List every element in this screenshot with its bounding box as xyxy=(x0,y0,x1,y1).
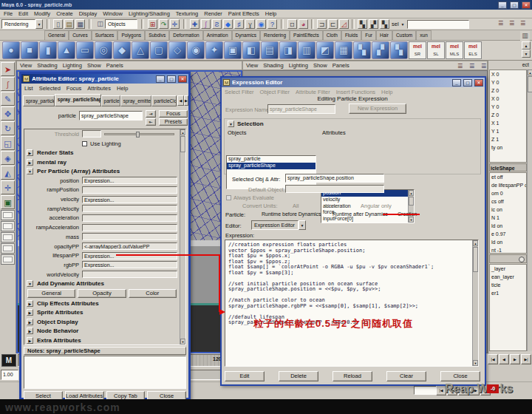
slider-handle[interactable] xyxy=(136,132,140,138)
shelf-tab-painteffects[interactable]: PaintEffects xyxy=(290,30,323,40)
opacity-button[interactable]: Opacity xyxy=(78,289,126,298)
channel-row[interactable]: Z 0 xyxy=(490,111,526,119)
minimize-button[interactable]: _ xyxy=(156,75,165,83)
ae-tab-spray-emitter[interactable]: spray_emitter xyxy=(120,95,151,106)
panel-menu-lighting[interactable]: Lighting xyxy=(289,62,308,69)
scroll-down-icon[interactable]: ▼ xyxy=(473,360,478,366)
attr-field-mass[interactable] xyxy=(82,233,177,240)
attr-field-position[interactable]: Expression... xyxy=(82,177,177,184)
step-in-icon[interactable]: ⊐ xyxy=(317,19,327,29)
ae-menu-focus[interactable]: Focus xyxy=(66,85,81,92)
wand-icon[interactable]: ɣ xyxy=(245,19,255,29)
lasso-tool-icon[interactable]: ʃ xyxy=(1,77,15,91)
shelf-tab-deformation[interactable]: Deformation xyxy=(169,30,202,40)
channel-row[interactable]: e 0.97 xyxy=(490,230,526,238)
expression-textarea[interactable]: //creation expression floats particlesve… xyxy=(225,240,479,367)
shelf-tab-animation[interactable]: Animation xyxy=(203,30,232,40)
object-item-spray-particle[interactable]: spray_particle xyxy=(227,156,316,163)
attr-field-acceleration[interactable] xyxy=(82,214,177,222)
shelf-tab-custom[interactable]: Custom xyxy=(392,30,416,40)
channel-row[interactable]: ic on xyxy=(490,206,526,214)
shelf-tab-subdivs[interactable]: Subdivs xyxy=(145,30,169,40)
panel-menu-view[interactable]: View xyxy=(246,62,258,69)
shelf-tab-fur[interactable]: Fur xyxy=(361,30,376,40)
app-close-button[interactable]: ✕ xyxy=(522,1,531,9)
grid-display-icon[interactable]: ♯ xyxy=(234,19,244,29)
construction-history-icon[interactable]: ✚ xyxy=(190,19,200,29)
attribute-item-inputforce-1[interactable]: inputForce[1] xyxy=(321,223,408,223)
menu-window[interactable]: Window xyxy=(103,10,123,17)
trash-icon[interactable]: ▥ xyxy=(520,31,530,41)
layer-item[interactable]: er1 xyxy=(490,289,526,297)
expand-arrow-icon[interactable]: ▶ xyxy=(27,149,33,156)
section-render-stats[interactable]: ▶Render Stats xyxy=(24,148,185,157)
section-mental-ray[interactable]: ▶mental ray xyxy=(24,157,185,167)
select-tool-icon[interactable]: ➤ xyxy=(1,62,15,76)
expression-editor-titlebar[interactable]: M Expression Editor _ ▢ ✕ xyxy=(222,78,485,87)
shelf-tab-xun[interactable]: xun xyxy=(416,30,431,40)
rotate-tool-icon[interactable]: ↻ xyxy=(1,121,15,135)
app-maximize-button[interactable]: ▢ xyxy=(510,1,519,9)
color-button[interactable]: Color xyxy=(129,289,177,298)
shelf-mel-els[interactable]: melELS xyxy=(464,41,482,59)
scrollbar-thumb[interactable] xyxy=(180,136,185,152)
minimize-button[interactable]: _ xyxy=(452,79,461,86)
globe-icon[interactable]: ◉ xyxy=(256,19,266,29)
menu-paint-effects[interactable]: Paint Effects xyxy=(228,10,259,17)
section-sprite-attributes[interactable]: ▶Sprite Attributes xyxy=(24,308,185,317)
current-tool-icon[interactable]: ▣ xyxy=(1,195,15,209)
shelf-tab-general[interactable]: General xyxy=(44,30,69,40)
help-icon[interactable]: ? xyxy=(267,19,277,29)
ee-menu-attribute-filter[interactable]: Attribute Filter xyxy=(296,89,330,95)
scrollbar-thumb[interactable] xyxy=(409,197,414,206)
menu-render[interactable]: Render xyxy=(204,10,222,17)
collapse-arrow-icon[interactable]: ▼ xyxy=(27,168,33,174)
channel-row[interactable]: de lifespanPP o xyxy=(490,181,526,189)
close-button[interactable]: ✕ xyxy=(474,79,483,86)
list-toggle-icon[interactable]: ☰ xyxy=(455,62,465,72)
expression-scrollbar[interactable]: ▲ ▼ xyxy=(472,240,478,366)
shelf-tab-dynamics[interactable]: Dynamics xyxy=(232,30,261,40)
show-tool-settings-toggle[interactable]: ☰ xyxy=(507,19,516,29)
scroll-down-icon[interactable]: ▼ xyxy=(409,217,414,223)
reload-button[interactable]: Reload xyxy=(332,371,372,381)
selected-obj-attr-field[interactable]: spray_particleShape.position xyxy=(285,174,384,183)
layer-item[interactable]: _layer xyxy=(490,265,526,273)
shelf-mel-sr[interactable]: melSR xyxy=(409,41,426,59)
arrow-in-button[interactable]: ⇥ xyxy=(146,110,156,118)
show-manipulator-icon[interactable]: ✛ xyxy=(1,180,15,194)
menu-lighting-shading[interactable]: Lighting/Shading xyxy=(129,10,170,17)
expand-arrow-icon[interactable]: ▶ xyxy=(27,337,33,344)
channel-row[interactable]: X 0 xyxy=(490,70,526,78)
edit-button[interactable]: Edit xyxy=(225,371,265,381)
channel-row[interactable]: nt -1 xyxy=(490,246,526,254)
scroll-up-icon[interactable]: ▲ xyxy=(473,240,478,246)
render-flag3-icon[interactable]: ▚ xyxy=(390,41,408,59)
menu-texturing[interactable]: Texturing xyxy=(176,10,198,17)
shelf-tab-cloth[interactable]: Cloth xyxy=(323,30,341,40)
channel-row[interactable]: X 1 xyxy=(490,119,526,127)
snap-curve-icon[interactable]: ↷ xyxy=(159,19,168,29)
save-scene-icon[interactable]: ▦ xyxy=(75,19,85,29)
split-icon[interactable]: ▦ xyxy=(335,41,352,59)
expand-arrow-icon[interactable]: ▶ xyxy=(27,300,33,307)
poly-platonic-icon[interactable]: ✦ xyxy=(205,41,223,59)
delete-button[interactable]: Delete xyxy=(279,371,318,381)
channel-row[interactable]: X 0 xyxy=(490,95,526,103)
poly-soccer-icon[interactable]: ◉ xyxy=(187,41,205,59)
shelf-mel-sl[interactable]: melSL xyxy=(427,41,445,59)
maximize-button[interactable]: ▢ xyxy=(463,79,472,86)
panel-menu-view[interactable]: View xyxy=(20,62,32,69)
attr-field-rampvelocity[interactable] xyxy=(82,205,177,212)
panel-menu-shading[interactable]: Shading xyxy=(37,62,58,69)
arrow-out-button[interactable]: ⇤ xyxy=(146,118,156,126)
mirror-icon[interactable]: ▥ xyxy=(298,41,316,59)
channel-row[interactable]: Z 0 xyxy=(490,86,526,95)
channel-row[interactable]: ld on xyxy=(490,222,526,230)
list-toggle-icon[interactable]: ☰ xyxy=(467,62,477,72)
new-scene-icon[interactable]: ▯ xyxy=(53,19,63,29)
focus-button[interactable]: Focus xyxy=(159,110,188,118)
shelf-scrollbar[interactable]: ▲ ▼ xyxy=(522,41,531,59)
poly-helix-icon[interactable]: ◇ xyxy=(168,41,186,59)
render-flag-icon[interactable]: ▚ xyxy=(353,41,371,59)
